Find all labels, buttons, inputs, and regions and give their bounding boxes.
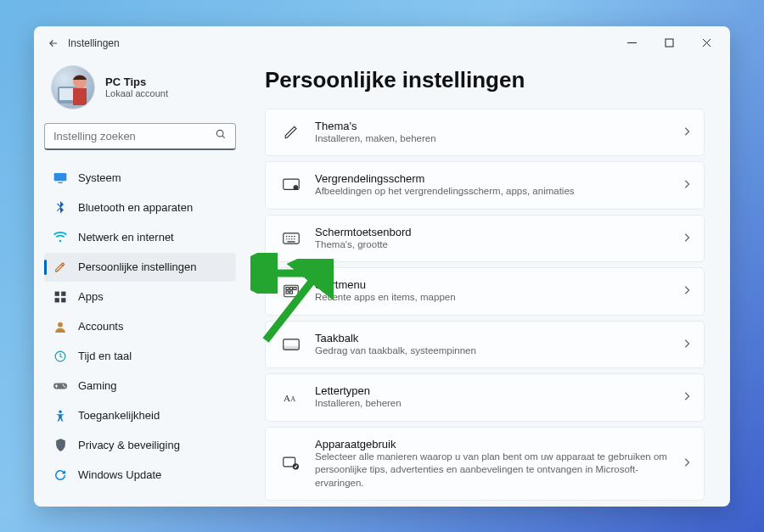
card-text: Apparaatgebruik Selecteer alle manieren … (315, 438, 683, 490)
sidebar-item-personal[interactable]: Persoonlijke instellingen (44, 253, 236, 282)
sidebar-item-label: Tijd en taal (78, 350, 132, 362)
card-title: Taakbalk (315, 332, 683, 344)
profile[interactable]: PC Tips Lokaal account (44, 60, 236, 123)
svg-rect-6 (54, 173, 67, 181)
sidebar-item-label: Toegankelijkheid (78, 409, 160, 422)
titlebar: Instellingen (34, 26, 730, 60)
time-icon (53, 350, 68, 362)
themes-icon (279, 125, 303, 140)
card-themes[interactable]: Thema's Installeren, maken, beheren (265, 109, 705, 157)
svg-point-12 (58, 322, 63, 327)
card-title: Apparaatgebruik (315, 438, 683, 451)
window-controls (613, 26, 725, 60)
chevron-right-icon (683, 177, 690, 193)
sidebar-item-update[interactable]: Windows Update (44, 461, 236, 490)
svg-rect-7 (58, 182, 62, 182)
avatar (51, 65, 95, 109)
access-icon (53, 410, 68, 422)
card-text: Taakbalk Gedrag van taakbalk, systeempin… (315, 332, 683, 358)
card-text: Lettertypen Installeren, beheren (315, 384, 683, 411)
back-button[interactable] (39, 37, 68, 49)
card-title: Schermtoetsenbord (315, 226, 683, 238)
sidebar-item-bluetooth[interactable]: Bluetooth en apparaten (44, 193, 236, 222)
sidebar-item-label: Systeem (78, 171, 121, 184)
minimize-button[interactable] (613, 26, 650, 60)
card-title: Vergrendelingsscherm (315, 172, 683, 185)
svg-point-15 (63, 384, 65, 386)
svg-rect-0 (666, 39, 673, 47)
card-lock[interactable]: Vergrendelingsscherm Afbeeldingen op het… (265, 161, 705, 210)
chevron-right-icon (683, 231, 690, 246)
sidebar-item-label: Bluetooth en apparaten (78, 201, 193, 214)
search-input[interactable] (53, 130, 215, 143)
svg-rect-20 (295, 186, 297, 188)
sidebar-item-label: Accounts (78, 320, 123, 333)
sidebar-item-privacy[interactable]: Privacy & beveiliging (44, 431, 236, 460)
card-subtitle: Afbeeldingen op het vergrendelingsscherm… (315, 185, 683, 199)
update-icon (53, 469, 68, 481)
svg-point-16 (64, 385, 65, 387)
svg-rect-4 (73, 88, 87, 105)
close-button[interactable] (688, 26, 725, 60)
maximize-button[interactable] (650, 26, 688, 60)
card-touchkb[interactable]: Schermtoetsenbord Thema's, grootte (265, 215, 705, 263)
profile-name: PC Tips (105, 76, 168, 88)
page-title: Persoonlijke instellingen (265, 67, 705, 93)
card-text: Vergrendelingsscherm Afbeeldingen op het… (315, 172, 683, 199)
search-box[interactable] (44, 123, 236, 150)
touchkb-icon (279, 232, 303, 244)
sidebar-item-label: Apps (78, 290, 104, 303)
sidebar: PC Tips Lokaal account SysteemBluetooth … (34, 60, 246, 507)
card-taskbar[interactable]: Taakbalk Gedrag van taakbalk, systeempin… (265, 321, 705, 369)
card-usage[interactable]: Apparaatgebruik Selecteer alle manieren … (265, 427, 705, 501)
bluetooth-icon (53, 201, 68, 215)
sidebar-item-system[interactable]: Systeem (44, 164, 236, 193)
usage-icon (279, 456, 303, 470)
card-title: Thema's (315, 120, 683, 132)
chevron-right-icon (683, 283, 690, 299)
settings-window: Instellingen PC Tips (34, 26, 730, 507)
svg-text:A: A (290, 395, 295, 403)
profile-text: PC Tips Lokaal account (105, 76, 168, 98)
svg-rect-25 (294, 288, 296, 290)
accounts-icon (53, 321, 68, 333)
sidebar-item-access[interactable]: Toegankelijkheid (44, 401, 236, 430)
svg-rect-10 (55, 298, 59, 302)
svg-rect-26 (286, 291, 289, 294)
profile-sub: Lokaal account (105, 88, 168, 98)
sidebar-item-label: Persoonlijke instellingen (78, 260, 196, 273)
content: PC Tips Lokaal account SysteemBluetooth … (34, 60, 730, 507)
sidebar-item-accounts[interactable]: Accounts (44, 312, 236, 341)
sidebar-item-gaming[interactable]: Gaming (44, 372, 236, 400)
lock-icon (279, 178, 303, 192)
privacy-icon (53, 439, 68, 451)
sidebar-item-label: Gaming (78, 379, 117, 392)
chevron-right-icon (683, 337, 690, 352)
network-icon (53, 232, 68, 244)
window-title: Instellingen (68, 37, 120, 49)
sidebar-item-label: Windows Update (78, 468, 161, 481)
card-subtitle: Recente apps en items, mappen (315, 291, 683, 305)
gaming-icon (53, 381, 68, 391)
svg-rect-23 (286, 288, 289, 290)
sidebar-item-network[interactable]: Netwerk en internet (44, 223, 236, 252)
fonts-icon: AA (279, 390, 303, 404)
sidebar-item-label: Netwerk en internet (78, 231, 174, 244)
card-start[interactable]: Startmenu Recente apps en items, mappen (265, 267, 705, 316)
card-title: Lettertypen (315, 384, 683, 397)
svg-point-5 (216, 130, 223, 137)
card-subtitle: Installeren, beheren (315, 397, 683, 411)
svg-rect-29 (284, 346, 299, 350)
sidebar-item-apps[interactable]: Apps (44, 283, 236, 311)
taskbar-icon (279, 339, 303, 350)
sidebar-item-label: Privacy & beveiliging (78, 439, 180, 451)
card-fonts[interactable]: AA Lettertypen Installeren, beheren (265, 373, 705, 422)
svg-rect-9 (61, 291, 65, 295)
search-icon (215, 128, 227, 143)
svg-rect-27 (290, 291, 293, 294)
chevron-right-icon (683, 456, 690, 471)
svg-rect-24 (290, 288, 293, 290)
svg-rect-8 (55, 291, 59, 295)
sidebar-item-time[interactable]: Tijd en taal (44, 342, 236, 371)
svg-rect-11 (61, 298, 65, 302)
